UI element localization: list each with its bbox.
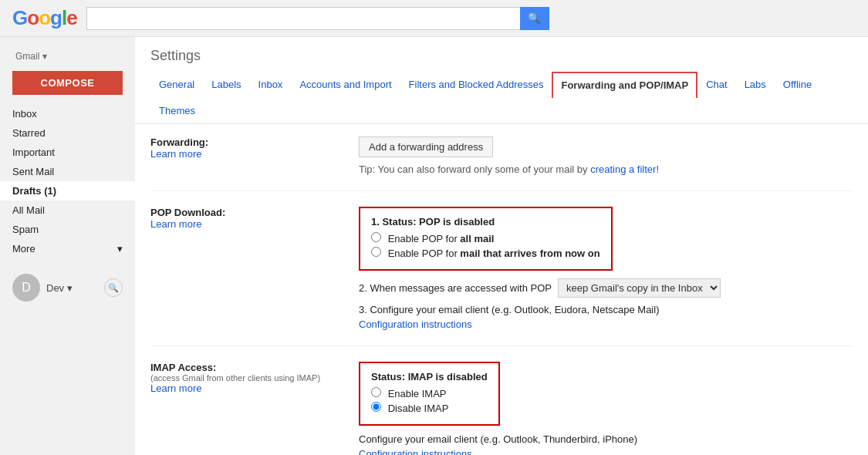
imap-radio-disable[interactable] bbox=[371, 402, 381, 412]
pop-learn-more[interactable]: Learn more bbox=[150, 218, 346, 230]
sidebar-label-all: All Mail bbox=[12, 204, 45, 216]
settings-header: Settings General Labels Inbox Accounts a… bbox=[135, 37, 868, 124]
sidebar-label-more: More bbox=[12, 243, 35, 254]
pop-title: POP Download: bbox=[150, 207, 346, 218]
settings-body: Forwarding: Learn more Add a forwarding … bbox=[135, 124, 868, 455]
tab-themes[interactable]: Themes bbox=[150, 98, 204, 123]
imap-option-disable[interactable]: Disable IMAP bbox=[371, 402, 488, 414]
tab-labs[interactable]: Labs bbox=[736, 72, 775, 98]
compose-button[interactable]: COMPOSE bbox=[12, 71, 123, 95]
search-input[interactable] bbox=[86, 7, 520, 30]
more-dropdown-icon: ▾ bbox=[117, 243, 123, 254]
tab-inbox[interactable]: Inbox bbox=[250, 72, 292, 98]
user-dropdown-icon: ▾ bbox=[67, 282, 73, 294]
pop-step3-row: 3. Configure your email client (e.g. Out… bbox=[359, 304, 853, 315]
avatar: D bbox=[12, 274, 40, 302]
tab-accounts[interactable]: Accounts and Import bbox=[291, 72, 400, 98]
imap-radio-enable[interactable] bbox=[371, 387, 381, 397]
pop-step2-select[interactable]: keep Gmail's copy in the Inbox archive G… bbox=[558, 278, 721, 298]
pop-radio-all[interactable] bbox=[371, 232, 381, 242]
imap-learn-more[interactable]: Learn more bbox=[150, 383, 346, 394]
sidebar-label-spam: Spam bbox=[12, 224, 39, 235]
pop-content: 1. Status: POP is disabled Enable POP fo… bbox=[359, 207, 853, 330]
sidebar-label-sent: Sent Mail bbox=[12, 166, 54, 177]
sidebar-item-all[interactable]: All Mail bbox=[0, 201, 135, 220]
pop-config-link[interactable]: Configuration instructions bbox=[359, 318, 853, 330]
imap-option-disable-label: Disable IMAP bbox=[388, 403, 449, 414]
tab-offline[interactable]: Offline bbox=[775, 72, 820, 98]
forwarding-tip: Tip: You can also forward only some of y… bbox=[359, 163, 853, 175]
forwarding-row: Forwarding: Learn more Add a forwarding … bbox=[150, 136, 853, 191]
pop-option-now-bold: mail that arrives from now on bbox=[460, 248, 599, 259]
imap-content: Status: IMAP is disabled Enable IMAP Dis… bbox=[359, 362, 853, 455]
imap-status-title: Status: IMAP is disabled bbox=[371, 371, 488, 383]
gmail-text: Gmail bbox=[15, 51, 39, 62]
pop-step3-label: 3. Configure your email client bbox=[359, 304, 488, 315]
search-bar: 🔍 bbox=[86, 7, 549, 30]
sidebar-label-important: Important bbox=[12, 147, 55, 158]
pop-option-now[interactable]: Enable POP for mail that arrives from no… bbox=[371, 247, 600, 259]
pop-download-row: POP Download: Learn more 1. Status: POP … bbox=[150, 207, 853, 346]
search-icon: 🔍 bbox=[528, 12, 541, 24]
pop-step3-sub: (e.g. Outlook, Eudora, Netscape Mail) bbox=[491, 304, 660, 315]
sidebar-item-drafts[interactable]: Drafts (1) bbox=[0, 181, 135, 201]
content-area: Settings General Labels Inbox Accounts a… bbox=[135, 37, 868, 455]
page-title: Settings bbox=[150, 48, 853, 64]
avatar-initial: D bbox=[22, 281, 31, 295]
search-button[interactable]: 🔍 bbox=[520, 7, 549, 30]
tab-filters[interactable]: Filters and Blocked Addresses bbox=[400, 72, 552, 98]
sidebar-item-more[interactable]: More ▾ bbox=[0, 239, 135, 258]
sidebar-item-inbox[interactable]: Inbox bbox=[0, 104, 135, 123]
forwarding-label: Forwarding: Learn more bbox=[150, 136, 359, 175]
sidebar-item-spam[interactable]: Spam bbox=[0, 220, 135, 239]
imap-option-enable-label: Enable IMAP bbox=[388, 388, 447, 399]
imap-option-enable[interactable]: Enable IMAP bbox=[371, 387, 488, 399]
imap-title: IMAP Access: bbox=[150, 362, 346, 373]
pop-status-box: 1. Status: POP is disabled Enable POP fo… bbox=[359, 207, 613, 271]
imap-label: IMAP Access: (access Gmail from other cl… bbox=[150, 362, 359, 455]
settings-tabs: General Labels Inbox Accounts and Import… bbox=[150, 72, 853, 123]
forwarding-title: Forwarding: bbox=[150, 136, 346, 148]
creating-filter-link[interactable]: creating a filter! bbox=[590, 163, 659, 175]
pop-step2-label: 2. When messages are accessed with POP bbox=[359, 282, 552, 294]
sidebar-label-drafts: Drafts (1) bbox=[12, 185, 56, 197]
forwarding-content: Add a forwarding address Tip: You can al… bbox=[359, 136, 853, 175]
imap-config-label: Configure your email client bbox=[359, 433, 478, 445]
tab-forwarding[interactable]: Forwarding and POP/IMAP bbox=[552, 72, 697, 98]
imap-config-label-row: Configure your email client (e.g. Outloo… bbox=[359, 433, 853, 445]
pop-option-all-bold: all mail bbox=[460, 233, 494, 244]
sidebar-bottom: D Dev ▾ 🔍 bbox=[0, 266, 135, 309]
imap-row: IMAP Access: (access Gmail from other cl… bbox=[150, 362, 853, 455]
sidebar-search-button[interactable]: 🔍 bbox=[104, 278, 123, 297]
user-info[interactable]: Dev ▾ bbox=[46, 282, 73, 294]
topbar: Google 🔍 bbox=[0, 0, 868, 37]
add-forwarding-button[interactable]: Add a forwarding address bbox=[359, 136, 493, 157]
imap-sub: (access Gmail from other clients using I… bbox=[150, 373, 346, 383]
sidebar: Gmail ▾ COMPOSE Inbox Starred Important … bbox=[0, 37, 135, 455]
pop-option-now-prefix: Enable POP for bbox=[388, 248, 458, 259]
google-logo: Google bbox=[12, 6, 77, 30]
sidebar-item-starred[interactable]: Starred bbox=[0, 123, 135, 143]
sidebar-label-starred: Starred bbox=[12, 127, 46, 139]
tab-labels[interactable]: Labels bbox=[203, 72, 249, 98]
sidebar-item-sent[interactable]: Sent Mail bbox=[0, 162, 135, 181]
imap-config-link[interactable]: Configuration instructions bbox=[359, 448, 853, 455]
sidebar-item-important[interactable]: Important bbox=[0, 143, 135, 162]
imap-status-box: Status: IMAP is disabled Enable IMAP Dis… bbox=[359, 362, 500, 426]
tip-text-prefix: Tip: You can also forward only some of y… bbox=[359, 163, 588, 175]
pop-status-title: 1. Status: POP is disabled bbox=[371, 216, 600, 228]
gmail-label[interactable]: Gmail ▾ bbox=[0, 45, 135, 71]
tab-general[interactable]: General bbox=[150, 72, 203, 98]
pop-step2-row: 2. When messages are accessed with POP k… bbox=[359, 278, 853, 298]
main-layout: Gmail ▾ COMPOSE Inbox Starred Important … bbox=[0, 37, 868, 455]
pop-radio-now[interactable] bbox=[371, 247, 381, 257]
sidebar-label-inbox: Inbox bbox=[12, 108, 37, 120]
pop-option-all-prefix: Enable POP for bbox=[388, 233, 458, 244]
gmail-dropdown-icon: ▾ bbox=[42, 51, 47, 62]
imap-config-sub: (e.g. Outlook, Thunderbird, iPhone) bbox=[481, 433, 638, 445]
pop-label: POP Download: Learn more bbox=[150, 207, 359, 330]
pop-option-all[interactable]: Enable POP for all mail bbox=[371, 232, 600, 244]
forwarding-learn-more[interactable]: Learn more bbox=[150, 148, 346, 160]
user-name: Dev bbox=[46, 282, 64, 294]
tab-chat[interactable]: Chat bbox=[697, 72, 735, 98]
